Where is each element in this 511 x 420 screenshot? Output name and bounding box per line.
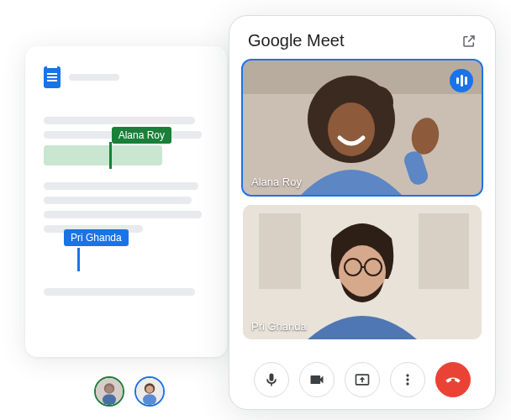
- cursor-caret-pri: [77, 248, 80, 271]
- meet-controls: [243, 350, 482, 397]
- cursor-caret-alana: [109, 142, 112, 169]
- more-options-button[interactable]: [390, 362, 425, 397]
- more-vertical-icon: [399, 371, 416, 388]
- present-button[interactable]: [345, 362, 380, 397]
- meet-tile-alana[interactable]: Alana Roy: [243, 60, 482, 195]
- docs-text-line: [44, 197, 192, 204]
- docs-selection-alana: Alana Roy: [44, 145, 208, 165]
- docs-selection-pri: Pri Ghanda: [44, 248, 208, 271]
- cursor-label-pri: Pri Ghanda: [64, 229, 129, 246]
- avatar-illustration: [96, 378, 123, 405]
- svg-rect-7: [143, 395, 156, 405]
- present-screen-icon: [354, 371, 371, 388]
- docs-header: [44, 66, 208, 88]
- camera-button[interactable]: [299, 362, 335, 397]
- meet-tiles: Alana Roy Pri Ghanda: [243, 60, 482, 350]
- svg-point-24: [406, 374, 408, 376]
- meet-tile-name: Alana Roy: [251, 176, 302, 188]
- cursor-label-alana: Alana Roy: [112, 127, 171, 144]
- svg-rect-3: [103, 395, 116, 405]
- video-placeholder-illustration: [243, 60, 482, 195]
- avatar-illustration: [136, 378, 163, 405]
- open-in-new-icon[interactable]: [461, 34, 477, 49]
- svg-rect-18: [419, 213, 469, 289]
- meet-panel: Google Meet: [229, 15, 496, 410]
- meet-tile-pri[interactable]: Pri Ghanda: [243, 205, 482, 339]
- video-placeholder-illustration: [243, 205, 482, 339]
- meet-tile-name: Pri Ghanda: [251, 320, 307, 333]
- avatar-pri[interactable]: [134, 376, 165, 407]
- hangup-button[interactable]: [435, 362, 471, 397]
- phone-hangup-icon: [445, 371, 461, 388]
- svg-point-2: [106, 386, 113, 393]
- docs-text-line: [44, 182, 198, 190]
- svg-point-25: [406, 378, 408, 381]
- docs-icon: [44, 66, 61, 88]
- meet-header: Google Meet: [243, 31, 482, 60]
- avatar-alana[interactable]: [94, 376, 124, 407]
- docs-card: Alana Roy Pri Ghanda: [25, 46, 227, 357]
- docs-text-line: [44, 211, 202, 218]
- svg-point-13: [328, 102, 375, 156]
- docs-text-line: [44, 117, 195, 124]
- microphone-icon: [263, 371, 280, 388]
- svg-rect-17: [259, 213, 301, 289]
- svg-point-26: [406, 382, 408, 385]
- speaking-indicator-icon: [450, 69, 473, 92]
- mic-button[interactable]: [254, 362, 289, 397]
- camera-icon: [308, 371, 325, 388]
- collaborator-avatars: [94, 376, 165, 407]
- meet-title: Google Meet: [248, 31, 345, 50]
- docs-title-placeholder: [69, 74, 119, 81]
- docs-text-line: [44, 288, 195, 296]
- svg-point-6: [146, 386, 154, 393]
